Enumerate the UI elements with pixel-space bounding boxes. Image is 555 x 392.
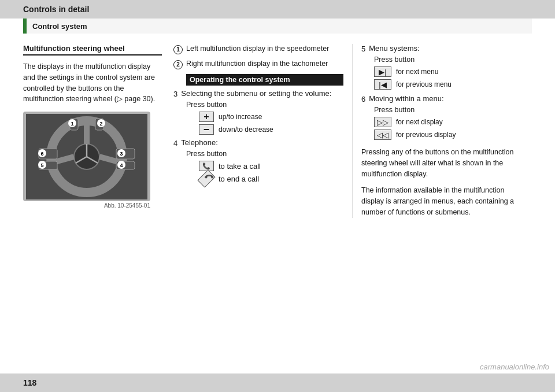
middle-column: 1 Left multifunction display in the spee… — [173, 44, 353, 218]
entry-5-pressbutton: Press button — [374, 56, 515, 64]
entry-4: 4 Telephone: — [173, 138, 343, 147]
image-caption: Abb. 10-25455-01 — [23, 202, 150, 209]
plus-icon-box: + — [199, 112, 214, 122]
entry-4-content: Telephone: — [181, 138, 218, 147]
header-bar: Controls in detail — [0, 0, 555, 19]
watermark: carmanualonline.info — [480, 363, 549, 371]
left-column: Multifunction steering wheel The display… — [23, 44, 173, 218]
sub-entry-minus: − down/to decrease — [199, 124, 343, 135]
right-paragraph-2: The information available in the multifu… — [361, 185, 515, 217]
num-circle-5: 5 — [361, 45, 365, 53]
phone-end-sub: 📞 to end a call — [199, 173, 343, 184]
nav-prev-menu: |◀ for previous menu — [374, 79, 515, 90]
entry-3: 3 Selecting the submenu or setting the v… — [173, 89, 343, 98]
svg-text:2: 2 — [99, 121, 102, 127]
entry-1-text: Left multifunction display in the speedo… — [186, 44, 343, 54]
entry-5-content: Menu systems: — [369, 44, 419, 53]
entry-6-content: Moving within a menu: — [369, 94, 443, 103]
plus-label: up/to increase — [219, 113, 262, 121]
svg-text:5: 5 — [40, 162, 43, 168]
svg-text:3: 3 — [120, 151, 123, 157]
prev-display-icon-box: ◁◁ — [374, 130, 391, 140]
phone-end-icon: 📞 — [197, 169, 215, 187]
nav-next-menu: ▶| for next menu — [374, 66, 515, 77]
num-circle-1: 1 — [173, 45, 183, 54]
sub-entry-plus: + up/to increase — [199, 112, 343, 122]
footer-bar: 118 — [0, 373, 555, 392]
right-paragraph-1: Pressing any of the buttons on the multi… — [361, 147, 515, 179]
entry-4-pressbutton: Press button — [186, 150, 343, 158]
nav-next-display: ▷▷ for next display — [374, 117, 515, 127]
entry-2-text: Right multifunction display in the tacho… — [186, 59, 343, 69]
entry-6: 6 Moving within a menu: — [361, 94, 515, 103]
entry-6-text: Moving within a menu: — [369, 94, 443, 103]
phone-call-icon: 📞 — [199, 161, 214, 171]
header-title: Controls in detail — [23, 5, 89, 14]
prev-menu-label: for previous menu — [396, 80, 452, 88]
phone-call-sub: 📞 to take a call — [199, 161, 343, 171]
right-column: 5 Menu systems: Press button ▶| for next… — [353, 44, 515, 218]
sw-illustration: 1 2 3 4 6 5 — [23, 112, 150, 201]
content-area: Multifunction steering wheel The display… — [0, 34, 555, 224]
minus-label: down/to decrease — [219, 125, 273, 134]
entry-3-pressbutton: Press button — [186, 101, 343, 109]
entry-6-pressbutton: Press button — [374, 106, 515, 114]
svg-text:1: 1 — [71, 121, 73, 127]
subsection-title: Multifunction steering wheel — [23, 44, 162, 56]
section-heading: Control system — [23, 19, 532, 34]
num-circle-6: 6 — [361, 95, 365, 103]
svg-text:4: 4 — [120, 162, 123, 168]
section-title: Control system — [27, 19, 532, 34]
entry-3-content: Selecting the submenu or setting the vol… — [181, 89, 331, 98]
next-menu-label: for next menu — [396, 68, 438, 76]
entry-2: 2 Right multifunction display in the tac… — [173, 59, 343, 69]
num-circle-4: 4 — [173, 139, 177, 147]
entry-5-text: Menu systems: — [369, 44, 419, 53]
phone-call-label: to take a call — [219, 162, 261, 171]
entry-1: 1 Left multifunction display in the spee… — [173, 44, 343, 54]
phone-end-label: to end a call — [219, 175, 259, 183]
nav-prev-display: ◁◁ for previous display — [374, 130, 515, 140]
operating-header: Operating the control system — [186, 74, 343, 86]
minus-icon-box: − — [199, 124, 214, 135]
entry-5: 5 Menu systems: — [361, 44, 515, 53]
num-circle-3: 3 — [173, 90, 177, 98]
prev-display-label: for previous display — [396, 131, 456, 139]
svg-text:6: 6 — [40, 151, 43, 157]
num-circle-2: 2 — [173, 60, 183, 69]
entry-4-text: Telephone: — [181, 138, 218, 147]
next-menu-icon-box: ▶| — [374, 66, 391, 77]
prev-menu-icon-box: |◀ — [374, 79, 391, 90]
steering-wheel-image: 1 2 3 4 6 5 Abb. 10-25455-01 — [23, 112, 150, 204]
entry-3-text: Selecting the submenu or setting the vol… — [181, 89, 331, 98]
next-display-label: for next display — [396, 118, 443, 126]
left-paragraph: The displays in the multifunction displa… — [23, 61, 162, 105]
page-number: 118 — [23, 378, 36, 387]
next-display-icon-box: ▷▷ — [374, 117, 391, 127]
